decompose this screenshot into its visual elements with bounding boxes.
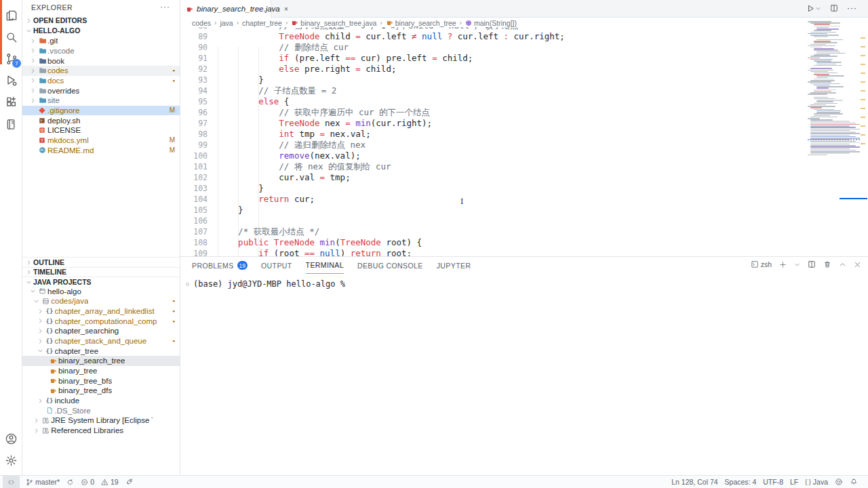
code-line-98[interactable]: 98 int tmp = nex.val; bbox=[180, 129, 808, 140]
code-line-108[interactable]: 108 public TreeNode min(TreeNode root) { bbox=[180, 237, 808, 248]
run-debug-icon[interactable] bbox=[0, 70, 22, 92]
tree-item-mkdocs.yml[interactable]: mkdocs.ymlM bbox=[22, 136, 180, 146]
status-cursor-position[interactable]: Ln 128, Col 74 bbox=[668, 476, 721, 488]
settings-icon[interactable] bbox=[0, 449, 22, 471]
breadcrumb-item[interactable]: codes bbox=[192, 19, 211, 27]
open-editors-header[interactable]: OPEN EDITORS bbox=[22, 16, 180, 26]
tree-item-.DS_Store[interactable]: .DS_Store bbox=[22, 405, 180, 415]
panel-tab-output[interactable]: OUTPUT bbox=[261, 257, 292, 274]
tree-item-LICENSE[interactable]: LICENSE bbox=[22, 125, 180, 136]
code-line-106[interactable]: 106 bbox=[180, 216, 808, 226]
tree-item-chapter_tree[interactable]: {}chapter_tree bbox=[22, 346, 180, 356]
run-java-button[interactable] bbox=[806, 4, 821, 13]
tree-item-site[interactable]: site bbox=[22, 96, 180, 106]
panel-tab-problems[interactable]: PROBLEMS19 bbox=[192, 257, 248, 274]
project-root-header[interactable]: HELLO-ALGO bbox=[22, 26, 180, 36]
extensions-icon[interactable] bbox=[0, 92, 22, 113]
code-line-107[interactable]: 107 /* 获取最小结点 */ bbox=[180, 226, 808, 237]
code-line-104[interactable]: 104 return cur; bbox=[180, 194, 808, 205]
status-warnings[interactable]: 19 bbox=[98, 476, 122, 488]
notebook-icon[interactable] bbox=[0, 113, 22, 135]
code-line-102[interactable]: 102 cur.val = tmp; bbox=[180, 172, 808, 183]
split-editor-button[interactable] bbox=[830, 4, 838, 12]
more-actions-button[interactable]: ··· bbox=[847, 3, 857, 13]
java-projects-section-header[interactable]: JAVA PROJECTS bbox=[22, 277, 180, 287]
explorer-more-actions-button[interactable]: ··· bbox=[160, 2, 170, 12]
tab-binary-search-tree[interactable]: binary_search_tree.java × bbox=[180, 0, 271, 18]
tree-item-.gitignore[interactable]: .gitignoreM bbox=[22, 106, 180, 116]
code-line-109[interactable]: 109 if (root == null) return root; bbox=[180, 248, 808, 256]
code-line-99[interactable]: 99 // 递归删除结点 nex bbox=[180, 140, 808, 150]
search-icon[interactable] bbox=[0, 26, 22, 48]
tree-item-codes-java[interactable]: codes/java● bbox=[22, 296, 180, 306]
status-feedback[interactable] bbox=[831, 476, 846, 488]
code-line-90[interactable]: 90 // 删除结点 cur bbox=[180, 42, 808, 53]
panel-tab-terminal[interactable]: TERMINAL bbox=[306, 257, 344, 274]
tree-item-README.md[interactable]: README.mdM bbox=[22, 145, 180, 155]
breadcrumb-item[interactable]: chapter_tree bbox=[242, 19, 282, 27]
tree-item-binary_search_tree[interactable]: binary_search_tree bbox=[22, 356, 180, 366]
status-errors[interactable]: 0 bbox=[77, 476, 98, 488]
tree-item-.git[interactable]: .git bbox=[22, 36, 180, 46]
terminal-dropdown-chevron[interactable] bbox=[794, 262, 800, 268]
panel-tab-debug-console[interactable]: DEBUG CONSOLE bbox=[357, 257, 423, 274]
tree-item-chapter_array_and_linkedlist[interactable]: {}chapter_array_and_linkedlist● bbox=[22, 306, 180, 317]
breadcrumb-item[interactable]: binary_search_tree bbox=[386, 19, 456, 27]
status-sync[interactable] bbox=[63, 476, 77, 488]
code-line-91[interactable]: 91 if (pre.left == cur) pre.left = child… bbox=[180, 53, 808, 64]
outline-section-header[interactable]: OUTLINE bbox=[22, 257, 180, 267]
tree-item-JRE-System-Library-Eclipse-Temurin-17-17...[interactable]: JRE System Library [Eclipse Temurin 17 [… bbox=[22, 415, 180, 426]
panel-tab-jupyter[interactable]: JUPYTER bbox=[437, 257, 471, 274]
status-encoding[interactable]: UTF-8 bbox=[760, 476, 787, 488]
status-indentation[interactable]: Spaces: 4 bbox=[722, 476, 760, 488]
timeline-section-header[interactable]: TIMELINE bbox=[22, 267, 180, 277]
tree-item-binary_tree_dfs[interactable]: binary_tree_dfs bbox=[22, 386, 180, 396]
terminal-prompt-line[interactable]: (base) jyd@JYD-MBP hello-algo % bbox=[186, 279, 345, 289]
tree-item-binary_tree[interactable]: binary_tree bbox=[22, 366, 180, 376]
tree-item-chapter_stack_and_queue[interactable]: {}chapter_stack_and_queue● bbox=[22, 336, 180, 346]
code-line-94[interactable]: 94 // 子结点数量 = 2 bbox=[180, 85, 808, 96]
status-branch[interactable]: master* bbox=[22, 476, 63, 488]
code-line-89[interactable]: 89 TreeNode child = cur.left ≠ null ? cu… bbox=[180, 31, 808, 42]
tree-item-book[interactable]: book bbox=[22, 56, 180, 66]
tab-close-icon[interactable]: × bbox=[284, 5, 288, 13]
tree-item-overrides[interactable]: overrides bbox=[22, 85, 180, 96]
code-line-93[interactable]: 93 } bbox=[180, 75, 808, 85]
tree-item-include[interactable]: {}include bbox=[22, 396, 180, 406]
tree-item-Referenced-Libraries[interactable]: Referenced Libraries bbox=[22, 426, 180, 436]
breadcrumb-item[interactable]: binary_search_tree.java bbox=[291, 19, 376, 27]
terminal-shell-selector[interactable]: zsh bbox=[751, 260, 772, 268]
tree-item-hello-algo[interactable]: hello-algo bbox=[22, 287, 180, 297]
tree-item-chapter_searching[interactable]: {}chapter_searching bbox=[22, 326, 180, 336]
code-line-97[interactable]: 97 TreeNode nex = min(cur.right); bbox=[180, 118, 808, 129]
maximize-panel-button[interactable] bbox=[839, 261, 846, 268]
source-control-icon[interactable]: 7 bbox=[0, 48, 22, 70]
account-icon[interactable] bbox=[0, 428, 22, 449]
minimap[interactable] bbox=[808, 21, 860, 207]
code-line-103[interactable]: 103 } bbox=[180, 183, 808, 194]
tree-item-chapter_computational_complexity[interactable]: {}chapter_computational_complexity● bbox=[22, 316, 180, 326]
code-line-92[interactable]: 92 else pre.right = child; bbox=[180, 64, 808, 75]
code-line-101[interactable]: 101 // 将 nex 的值复制给 cur bbox=[180, 161, 808, 172]
new-terminal-button[interactable] bbox=[779, 261, 787, 268]
code-line-100[interactable]: 100 remove(nex.val); bbox=[180, 150, 808, 161]
code-line-95[interactable]: 95 else { bbox=[180, 96, 808, 107]
status-language[interactable]: { }Java bbox=[802, 476, 831, 488]
tree-item-codes[interactable]: codes● bbox=[22, 66, 180, 76]
kill-terminal-button[interactable] bbox=[823, 260, 831, 268]
code-line-96[interactable]: 96 // 获取中序遍历中 cur 的下一个结点 bbox=[180, 107, 808, 118]
explorer-icon[interactable] bbox=[0, 5, 22, 26]
status-launch[interactable] bbox=[122, 476, 137, 488]
breadcrumb-item[interactable]: java bbox=[220, 19, 233, 27]
code-editor[interactable]: 88 // 当子结点数量 = 0 / 1 时，child = null / 该子… bbox=[180, 27, 808, 256]
code-line-105[interactable]: 105 } bbox=[180, 205, 808, 216]
tree-item-deploy.sh[interactable]: deploy.sh bbox=[22, 115, 180, 125]
status-remote[interactable] bbox=[3, 476, 20, 488]
close-panel-button[interactable] bbox=[854, 261, 861, 268]
tree-item-.vscode[interactable]: .vscode bbox=[22, 46, 180, 56]
tree-item-docs[interactable]: docs● bbox=[22, 76, 180, 86]
status-eol[interactable]: LF bbox=[787, 476, 802, 488]
status-notifications[interactable] bbox=[846, 476, 861, 488]
overview-ruler[interactable] bbox=[860, 18, 868, 256]
split-terminal-button[interactable] bbox=[808, 260, 816, 268]
